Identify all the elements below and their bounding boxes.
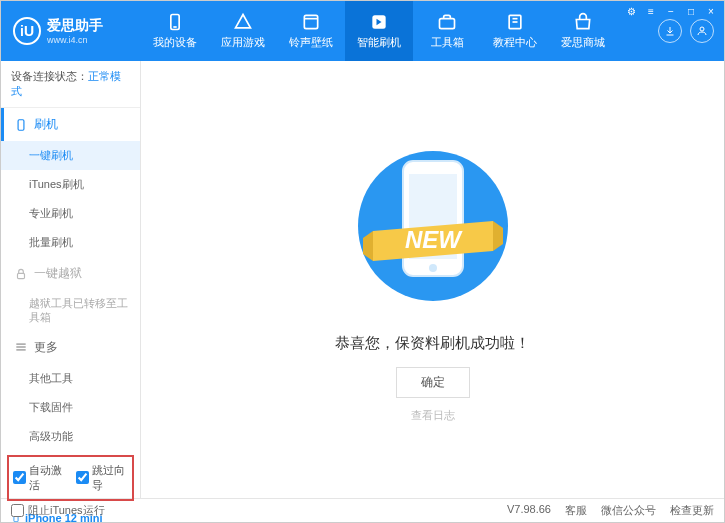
- tab-my-device[interactable]: 我的设备: [141, 1, 209, 61]
- logo: iU 爱思助手 www.i4.cn: [1, 17, 141, 45]
- menu-icon: [14, 340, 28, 354]
- apps-icon: [233, 12, 253, 32]
- sidebar-section-flash[interactable]: 刷机: [1, 108, 140, 141]
- store-icon: [573, 12, 593, 32]
- toolbox-icon: [437, 12, 457, 32]
- main-content: NEW 恭喜您，保资料刷机成功啦！ 确定 查看日志: [141, 61, 724, 498]
- sidebar-item-batch[interactable]: 批量刷机: [1, 228, 140, 257]
- tab-toolbox[interactable]: 工具箱: [413, 1, 481, 61]
- maximize-icon[interactable]: □: [683, 4, 699, 18]
- app-title: 爱思助手: [47, 17, 103, 35]
- download-button[interactable]: [658, 19, 682, 43]
- svg-rect-2: [304, 15, 317, 28]
- tab-flash[interactable]: 智能刷机: [345, 1, 413, 61]
- tab-tutorials[interactable]: 教程中心: [481, 1, 549, 61]
- header: iU 爱思助手 www.i4.cn 我的设备 应用游戏 铃声壁纸 智能刷机 工具…: [1, 1, 724, 61]
- flash-icon: [369, 12, 389, 32]
- sidebar-section-jailbreak: 一键越狱: [1, 257, 140, 290]
- success-illustration: NEW: [353, 136, 513, 316]
- close-icon[interactable]: ×: [703, 4, 719, 18]
- sidebar-item-othertools[interactable]: 其他工具: [1, 364, 140, 393]
- jailbreak-note: 越狱工具已转移至工具箱: [1, 290, 140, 331]
- tab-apps[interactable]: 应用游戏: [209, 1, 277, 61]
- svg-point-8: [700, 27, 704, 31]
- checkbox-auto-activate[interactable]: 自动激活: [13, 463, 66, 493]
- lock-icon: [14, 267, 28, 281]
- svg-text:NEW: NEW: [405, 226, 463, 253]
- tab-store[interactable]: 爱思商城: [549, 1, 617, 61]
- wallpaper-icon: [301, 12, 321, 32]
- sidebar: 设备连接状态：正常模式 刷机 一键刷机 iTunes刷机 专业刷机 批量刷机 一…: [1, 61, 141, 498]
- wechat-link[interactable]: 微信公众号: [601, 503, 656, 518]
- app-url: www.i4.cn: [47, 35, 103, 45]
- settings-icon[interactable]: ⚙: [623, 4, 639, 18]
- sidebar-item-pro[interactable]: 专业刷机: [1, 199, 140, 228]
- svg-rect-10: [18, 273, 25, 278]
- nav-tabs: 我的设备 应用游戏 铃声壁纸 智能刷机 工具箱 教程中心 爱思商城: [141, 1, 658, 61]
- connection-status: 设备连接状态：正常模式: [1, 61, 140, 108]
- svg-rect-4: [440, 19, 455, 29]
- tab-ringtones[interactable]: 铃声壁纸: [277, 1, 345, 61]
- logo-icon: iU: [13, 17, 41, 45]
- options-highlight: 自动激活 跳过向导: [7, 455, 134, 501]
- version-label: V7.98.66: [507, 503, 551, 518]
- sidebar-section-more[interactable]: 更多: [1, 331, 140, 364]
- minimize-icon[interactable]: −: [663, 4, 679, 18]
- svg-point-18: [429, 264, 437, 272]
- success-message: 恭喜您，保资料刷机成功啦！: [335, 334, 530, 353]
- menu-icon[interactable]: ≡: [643, 4, 659, 18]
- checkbox-block-itunes[interactable]: 阻止iTunes运行: [11, 503, 105, 518]
- user-icon: [696, 25, 708, 37]
- phone-icon: [14, 118, 28, 132]
- support-link[interactable]: 客服: [565, 503, 587, 518]
- sidebar-item-download-fw[interactable]: 下载固件: [1, 393, 140, 422]
- phone-icon: [165, 12, 185, 32]
- book-icon: [505, 12, 525, 32]
- download-icon: [664, 25, 676, 37]
- sidebar-item-advanced[interactable]: 高级功能: [1, 422, 140, 451]
- view-log-link[interactable]: 查看日志: [411, 408, 455, 423]
- svg-rect-9: [18, 119, 24, 130]
- user-button[interactable]: [690, 19, 714, 43]
- checkbox-skip-wizard[interactable]: 跳过向导: [76, 463, 129, 493]
- check-update-link[interactable]: 检查更新: [670, 503, 714, 518]
- sidebar-item-oneclick[interactable]: 一键刷机: [1, 141, 140, 170]
- sidebar-item-itunes[interactable]: iTunes刷机: [1, 170, 140, 199]
- confirm-button[interactable]: 确定: [396, 367, 470, 398]
